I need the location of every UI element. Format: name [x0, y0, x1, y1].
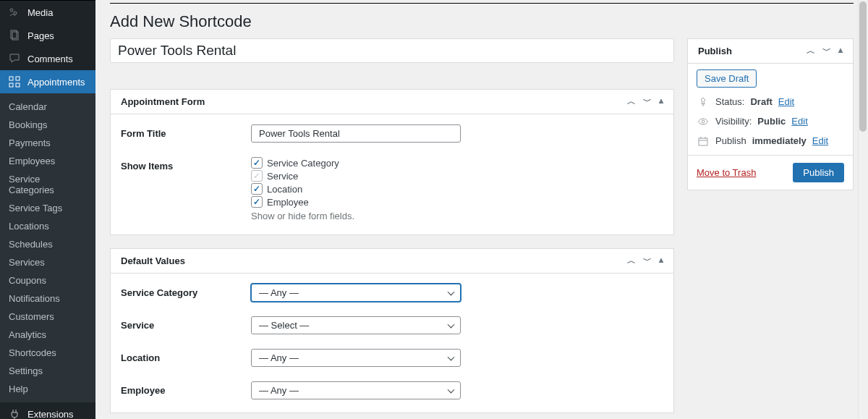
schedule-label: Publish	[715, 135, 746, 146]
sidebar-sub-analytics[interactable]: Analytics	[0, 326, 95, 344]
shortcode-title-input[interactable]	[110, 38, 674, 63]
panel-down-icon[interactable]: ﹀	[643, 96, 652, 108]
sidebar-sub-customers[interactable]: Customers	[0, 308, 95, 326]
panel-collapse-icon[interactable]: ▴	[659, 255, 663, 267]
grid-icon	[7, 75, 22, 89]
checkbox-location[interactable]	[251, 183, 263, 195]
default-location-select[interactable]: — Any —	[251, 349, 461, 367]
visibility-edit-link[interactable]: Edit	[791, 116, 807, 127]
sidebar-sub-bookings[interactable]: Bookings	[0, 116, 95, 134]
sidebar-item-pages[interactable]: Pages	[0, 24, 95, 47]
svg-rect-6	[9, 83, 13, 87]
media-icon	[7, 5, 22, 20]
sidebar-item-extensions[interactable]: Extensions	[0, 402, 95, 419]
svg-point-0	[10, 9, 13, 12]
eye-icon	[697, 117, 710, 127]
svg-rect-7	[16, 83, 20, 87]
sidebar-item-label: Extensions	[27, 409, 74, 420]
move-to-trash-link[interactable]: Move to Trash	[697, 167, 756, 178]
panel-title: Appointment Form	[121, 96, 205, 107]
form-title-input[interactable]	[251, 124, 461, 143]
panel-collapse-icon[interactable]: ▴	[659, 96, 663, 108]
pages-icon	[7, 28, 22, 43]
pin-icon	[697, 97, 710, 107]
show-items-label: Show Items	[121, 157, 251, 172]
publish-button[interactable]: Publish	[793, 163, 844, 182]
checkbox-employee[interactable]	[251, 196, 263, 208]
sidebar-sub-employees[interactable]: Employees	[0, 152, 95, 170]
checkbox-service[interactable]	[251, 170, 263, 182]
panel-appointment-form: Appointment Form ︿ ﹀ ▴ Form Title	[110, 89, 674, 235]
status-value: Draft	[750, 96, 772, 107]
checkbox-label: Employee	[267, 197, 309, 208]
main-content: Add New Shortcode Appointment Form ︿ ﹀ ▴	[95, 0, 868, 419]
default-service-label: Service	[121, 316, 251, 331]
sidebar-sub-services[interactable]: Services	[0, 253, 95, 271]
default-service-category-label: Service Category	[121, 284, 251, 298]
schedule-edit-link[interactable]: Edit	[812, 135, 828, 146]
panel-down-icon[interactable]: ﹀	[643, 255, 652, 267]
schedule-value: immediately	[752, 135, 807, 146]
sidebar-item-label: Media	[27, 7, 53, 18]
svg-rect-5	[16, 77, 20, 80]
sidebar-sub-calendar[interactable]: Calendar	[0, 98, 95, 116]
sidebar-item-appointments[interactable]: Appointments	[0, 70, 95, 93]
checkbox-label: Service	[267, 171, 298, 182]
default-service-category-select[interactable]: — Any —	[251, 284, 461, 302]
save-draft-button[interactable]: Save Draft	[697, 69, 757, 88]
sidebar-sub-locations[interactable]: Locations	[0, 217, 95, 235]
sidebar-submenu: CalendarBookingsPaymentsEmployeesService…	[0, 93, 95, 402]
sidebar-sub-help[interactable]: Help	[0, 380, 95, 398]
svg-point-9	[702, 120, 705, 123]
svg-point-8	[699, 119, 707, 124]
sidebar-sub-schedules[interactable]: Schedules	[0, 235, 95, 253]
sidebar-item-label: Pages	[27, 30, 54, 41]
panel-collapse-icon[interactable]: ▴	[838, 45, 843, 57]
calendar-icon	[697, 136, 710, 146]
admin-sidebar: MediaPagesComments Appointments Calendar…	[0, 0, 95, 419]
default-service-select[interactable]: — Select —	[251, 316, 461, 334]
default-employee-select[interactable]: — Any —	[251, 381, 461, 399]
default-employee-label: Employee	[121, 381, 251, 396]
sidebar-sub-settings[interactable]: Settings	[0, 362, 95, 380]
panel-title: Publish	[698, 46, 732, 56]
panel-down-icon[interactable]: ﹀	[822, 45, 831, 57]
sidebar-sub-service-tags[interactable]: Service Tags	[0, 199, 95, 217]
sidebar-sub-shortcodes[interactable]: Shortcodes	[0, 344, 95, 362]
default-location-label: Location	[121, 349, 251, 363]
panel-up-icon[interactable]: ︿	[807, 45, 815, 57]
visibility-label: Visibility:	[715, 116, 752, 127]
sidebar-item-label: Appointments	[27, 77, 85, 88]
plug-icon	[7, 407, 22, 419]
panel-up-icon[interactable]: ︿	[627, 255, 636, 267]
checkbox-service-category[interactable]	[251, 157, 263, 169]
page-title: Add New Shortcode	[110, 1, 854, 38]
sidebar-sub-payments[interactable]: Payments	[0, 134, 95, 152]
sidebar-item-comments[interactable]: Comments	[0, 47, 95, 70]
checkbox-label: Service Category	[267, 158, 339, 169]
status-label: Status:	[715, 96, 744, 107]
sidebar-sub-service-categories[interactable]: Service Categories	[0, 170, 95, 199]
svg-point-1	[14, 12, 17, 14]
sidebar-sub-notifications[interactable]: Notifications	[0, 289, 95, 308]
comment-icon	[7, 51, 22, 66]
scrollbar-thumb[interactable]	[859, 1, 867, 132]
sidebar-item-label: Comments	[27, 54, 73, 64]
form-title-label: Form Title	[121, 124, 251, 139]
panel-publish: Publish ︿ ﹀ ▴ Save Draft	[687, 38, 854, 190]
panel-title: Default Values	[121, 255, 185, 266]
sidebar-sub-coupons[interactable]: Coupons	[0, 271, 95, 289]
visibility-value: Public	[757, 116, 786, 127]
sidebar-item-media[interactable]: Media	[0, 1, 95, 24]
scrollbar-track[interactable]	[858, 0, 868, 419]
panel-default-values: Default Values ︿ ﹀ ▴ Service Category— A…	[110, 248, 674, 413]
svg-rect-4	[9, 77, 13, 80]
panel-up-icon[interactable]: ︿	[627, 96, 636, 108]
svg-rect-10	[699, 138, 707, 145]
status-edit-link[interactable]: Edit	[778, 96, 794, 107]
show-items-hint: Show or hide form fields.	[251, 211, 461, 221]
checkbox-label: Location	[267, 184, 302, 195]
